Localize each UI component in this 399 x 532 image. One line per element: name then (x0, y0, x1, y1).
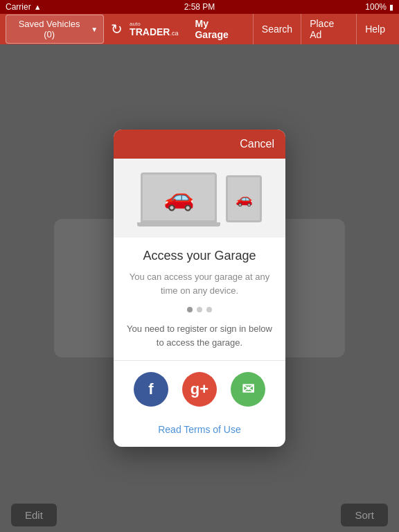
battery-icon: ▮ (389, 3, 393, 12)
social-login-section: f g+ ✉ (114, 360, 285, 418)
dot-3 (206, 307, 212, 312)
brand-ca: .ca (170, 30, 178, 37)
register-text: You need to register or sign in below to… (125, 322, 274, 349)
laptop-base (137, 222, 220, 227)
google-login-button[interactable]: g+ (182, 372, 217, 407)
cancel-button[interactable]: Cancel (240, 138, 274, 150)
car-icon: 🚗 (163, 183, 195, 212)
tablet-shape: 🚗 (226, 175, 262, 222)
refresh-icon: ↻ (111, 21, 123, 37)
nav-bar: Saved Vehicles (0) ▼ ↻ auto TRADER.ca My… (0, 14, 399, 44)
modal-body: Access your Garage You can access your g… (114, 238, 285, 360)
brand-logo: auto TRADER.ca (130, 21, 178, 37)
facebook-icon: f (148, 380, 153, 398)
saved-vehicles-button[interactable]: Saved Vehicles (0) ▼ (6, 15, 104, 44)
carrier-label: Carrier (6, 2, 31, 12)
dot-1 (187, 307, 193, 312)
terms-of-use-link[interactable]: Read Terms of Use (158, 424, 241, 435)
google-icon: g+ (190, 380, 209, 398)
access-garage-modal: Cancel 🚗 🚗 Access your Garage You can ac… (114, 130, 285, 447)
laptop-screen: 🚗 (141, 172, 217, 222)
status-right: 100% ▮ (365, 2, 393, 12)
laptop-shape: 🚗 (137, 172, 220, 227)
status-bar: Carrier ▲ 2:58 PM 100% ▮ (0, 0, 399, 14)
brand-auto: auto (130, 21, 178, 27)
status-left: Carrier ▲ (6, 2, 42, 12)
saved-vehicles-label: Saved Vehicles (0) (12, 19, 87, 39)
nav-link-help[interactable]: Help (356, 14, 393, 44)
chevron-down-icon: ▼ (91, 26, 98, 33)
facebook-login-button[interactable]: f (134, 372, 168, 407)
tablet-car-icon: 🚗 (236, 190, 253, 207)
refresh-button[interactable]: ↻ (109, 19, 124, 39)
nav-links: My Garage Search Place Ad Help (186, 14, 393, 44)
brand-trader: TRADER.ca (130, 27, 178, 37)
nav-link-my-garage[interactable]: My Garage (186, 14, 252, 44)
main-content: Edit Sort Cancel 🚗 🚗 (0, 44, 399, 532)
battery-label: 100% (365, 2, 387, 12)
modal-header: Cancel (114, 130, 285, 159)
email-icon: ✉ (242, 380, 254, 398)
modal-footer: Read Terms of Use (114, 418, 285, 447)
pagination-dots (125, 307, 274, 312)
dot-2 (197, 307, 202, 312)
modal-title: Access your Garage (125, 249, 274, 263)
wifi-icon: ▲ (34, 3, 42, 11)
nav-link-place-ad[interactable]: Place Ad (301, 14, 356, 44)
status-time: 2:58 PM (184, 2, 215, 12)
modal-overlay: Cancel 🚗 🚗 Access your Garage You can ac… (0, 44, 399, 532)
nav-link-search[interactable]: Search (253, 14, 301, 44)
modal-description: You can access your garage at any time o… (125, 270, 274, 297)
device-illustration: 🚗 🚗 (114, 159, 285, 238)
email-login-button[interactable]: ✉ (231, 372, 265, 407)
